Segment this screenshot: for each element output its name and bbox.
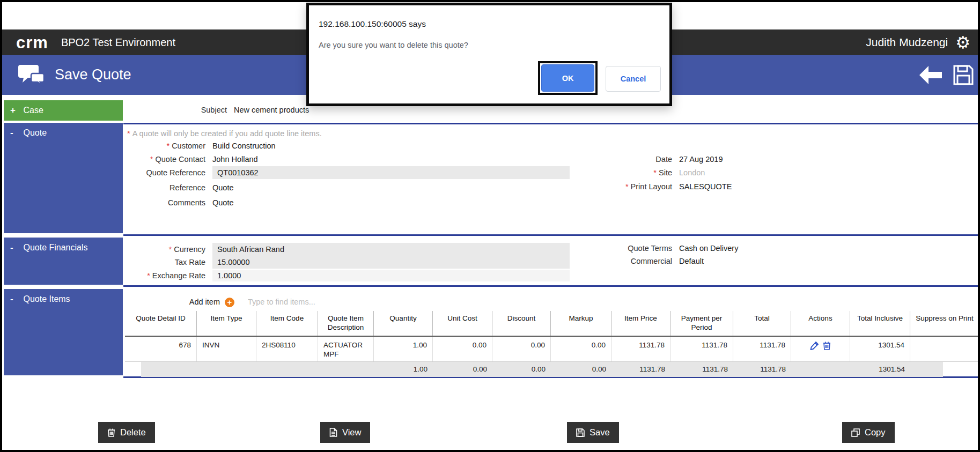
total-markup: 0.00 (551, 362, 611, 377)
total-unit-cost: 0.00 (433, 362, 492, 377)
button-label: Save (590, 427, 610, 438)
subject-label: Subject (125, 105, 227, 115)
copy-button[interactable]: Copy (842, 422, 895, 443)
collapse-icon[interactable]: - (10, 128, 21, 138)
cell-total: 1131.78 (733, 337, 791, 361)
cell-markup: 0.00 (551, 337, 611, 361)
required-marker: * (147, 271, 150, 280)
col-quote-detail-id: Quote Detail ID (125, 311, 197, 336)
customer-label: *Customer (125, 140, 205, 151)
button-label: View (342, 427, 361, 438)
cell-unit-cost: 0.00 (433, 337, 492, 361)
quote-financials-section: *Currency South African Rand Tax Rate 15… (125, 236, 977, 285)
total-item-price: 1131.78 (611, 362, 670, 377)
cancel-button[interactable]: Cancel (606, 66, 661, 92)
table-row: 678 INVN 2HS08110 ACTUATOR MPF 1.00 0.00… (125, 337, 979, 361)
save-icon (576, 428, 585, 437)
exchange-rate-field[interactable]: 1.0000 (212, 270, 570, 281)
save-floppy-icon[interactable] (953, 64, 974, 88)
customer-field[interactable]: Build Construction (212, 140, 276, 151)
save-button[interactable]: Save (567, 422, 619, 443)
total-cell (125, 362, 197, 377)
cell-quantity: 1.00 (374, 337, 433, 361)
confirm-dialog: 192.168.100.150:60005 says Are you sure … (306, 3, 672, 106)
total-total: 1131.78 (733, 362, 791, 377)
add-item-label: Add item (125, 297, 220, 307)
cell-item-code: 2HS08110 (256, 337, 318, 361)
comments-label: Comments (125, 197, 205, 208)
back-arrow-icon[interactable] (919, 66, 942, 86)
document-icon (329, 428, 337, 437)
copy-icon (851, 428, 860, 437)
total-discount: 0.00 (492, 362, 551, 377)
crm-save-quote-screen: crm BPO2 Test Environment Judith Mudzeng… (0, 0, 980, 452)
col-quantity: Quantity (374, 311, 433, 336)
cell-quote-item-description: ACTUATOR MPF (318, 337, 374, 361)
required-marker: * (166, 142, 170, 150)
sidebar-item-label: Case (23, 106, 43, 115)
delete-trash-icon[interactable] (823, 341, 831, 350)
col-discount: Discount (492, 311, 551, 336)
environment-title: BPO2 Test Environment (61, 36, 175, 49)
edit-pencil-icon[interactable] (810, 341, 819, 350)
sidebar-item-quote-financials[interactable]: - Quote Financials (4, 238, 123, 285)
crm-logo: crm (16, 34, 48, 51)
expand-icon[interactable]: + (10, 105, 21, 116)
chat-bubbles-icon (18, 63, 46, 90)
total-quantity: 1.00 (374, 362, 433, 377)
ok-button-highlight: OK (538, 61, 598, 95)
col-item-price: Item Price (611, 311, 670, 336)
subject-field[interactable]: New cement products (234, 105, 309, 115)
total-inclusive: 1301.54 (850, 362, 910, 377)
gear-icon[interactable]: ⚙ (955, 34, 970, 51)
item-search-input[interactable] (247, 297, 421, 307)
sidebar-item-quote[interactable]: - Quote (4, 123, 123, 233)
cell-item-type: INVN (197, 337, 256, 361)
button-label: Copy (865, 427, 886, 438)
total-cell (256, 362, 318, 377)
total-cell (318, 362, 374, 377)
sidebar-item-quote-items[interactable]: - Quote Items (4, 289, 123, 375)
collapse-icon[interactable]: - (10, 294, 21, 305)
col-payment-per-period: Payment per Period (670, 311, 733, 336)
table-totals-row: 1.00 0.00 0.00 0.00 1131.78 1131.78 1131… (125, 361, 979, 377)
date-label: Date (125, 154, 672, 165)
cell-payment-per-period: 1131.78 (670, 337, 733, 361)
sidebar-item-case[interactable]: + Case (4, 100, 123, 121)
total-cell (197, 362, 256, 377)
page-title: Save Quote (55, 66, 131, 83)
required-marker: * (127, 128, 130, 139)
quote-terms-label: Quote Terms (125, 243, 672, 254)
button-label: Delete (120, 427, 146, 438)
total-payment-per-period: 1131.78 (670, 362, 733, 377)
cell-actions (791, 337, 850, 361)
col-markup: Markup (551, 311, 611, 336)
cell-discount: 0.00 (492, 337, 551, 361)
sidebar-item-label: Quote Financials (23, 243, 87, 252)
table-header-row: Quote Detail ID Item Type Item Code Quot… (125, 311, 979, 337)
user-name[interactable]: Judith Mudzengi (866, 36, 948, 49)
date-field[interactable]: 27 Aug 2019 (679, 154, 723, 165)
ok-button[interactable]: OK (541, 64, 594, 92)
comments-field[interactable]: Quote (212, 197, 234, 208)
commercial-field[interactable]: Default (679, 256, 704, 266)
trash-icon (107, 428, 115, 437)
commercial-label: Commercial (125, 256, 672, 266)
quote-terms-field[interactable]: Cash on Delivery (679, 243, 738, 254)
required-marker: * (625, 182, 629, 191)
sidebar-item-label: Quote (23, 128, 47, 137)
cell-suppress-on-print (910, 337, 979, 361)
col-actions: Actions (791, 311, 850, 336)
col-item-type: Item Type (197, 311, 256, 336)
dialog-message: Are you sure you want to delete this quo… (319, 41, 468, 49)
site-field[interactable]: London (679, 167, 705, 178)
print-layout-field[interactable]: SALESQUOTE (679, 181, 732, 192)
view-button[interactable]: View (320, 422, 370, 443)
col-unit-cost: Unit Cost (433, 311, 492, 336)
add-item-button[interactable]: + (225, 298, 234, 307)
total-cell (791, 362, 850, 377)
delete-button[interactable]: Delete (98, 422, 155, 443)
print-layout-label: *Print Layout (125, 181, 672, 192)
total-cell (910, 362, 979, 377)
collapse-icon[interactable]: - (10, 242, 21, 253)
